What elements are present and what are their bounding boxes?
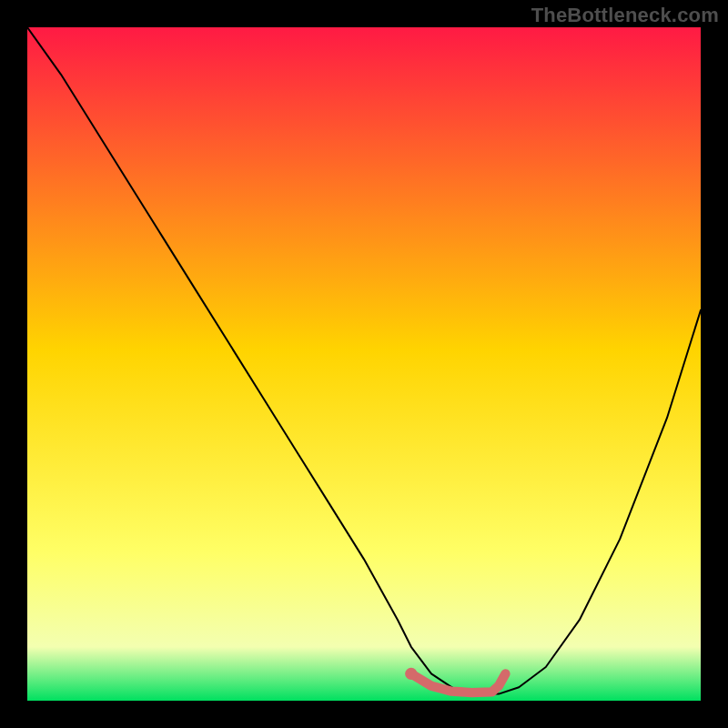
chart-svg (27, 27, 701, 701)
plot-area (27, 27, 701, 701)
chart-frame: TheBottleneck.com (0, 0, 728, 728)
optimal-range-start-dot (405, 668, 417, 680)
gradient-background (27, 27, 701, 701)
watermark-text: TheBottleneck.com (531, 4, 719, 27)
